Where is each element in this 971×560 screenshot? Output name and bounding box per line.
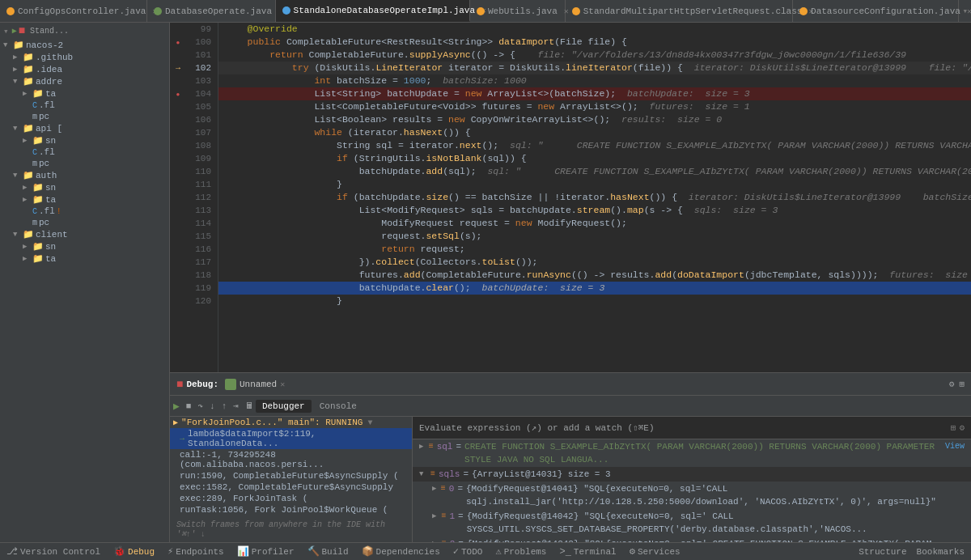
sidebar-item-pc2[interactable]: m pc — [0, 158, 169, 169]
breakpoint-100[interactable]: ● — [176, 39, 180, 46]
var-sqls-0-val: {ModifyRequest@14041} "SQL{executeNo=0, … — [466, 482, 965, 508]
thread-frame1[interactable]: call:-1, 734295248 (com.alibaba.nacos.pe… — [170, 449, 412, 470]
sidebar-item-ta2[interactable]: ▶ 📁 ta — [0, 193, 169, 206]
sidebar-item-nacos[interactable]: ▼ 📁 nacos-2 — [0, 39, 169, 51]
debug-stop-btn[interactable]: ■ — [176, 378, 183, 391]
status-endpoints[interactable]: ⚡ Endpoints — [167, 545, 224, 558]
status-dependencies[interactable]: 📦 Dependencies — [362, 545, 440, 558]
sidebar-stop-icon[interactable]: ■ — [19, 24, 25, 37]
thread-forkjoin[interactable]: ▶ "ForkJoinPool.c..." main": RUNNING ▼ — [170, 417, 412, 428]
var-sqls-1[interactable]: ▶ ≡ 1 = {ModifyRequest@14042} "SQL{execu… — [413, 509, 971, 537]
gutter-107 — [170, 126, 186, 139]
status-profiler[interactable]: 📊 Profiler — [237, 545, 295, 558]
var-sqls-eq: = — [463, 468, 469, 481]
sidebar-item-pc3[interactable]: m pc — [0, 217, 169, 228]
status-problems[interactable]: ⚠ Problems — [495, 545, 546, 558]
thread-lambda[interactable]: → lambda$dataImport$2:119, StandaloneDat… — [170, 428, 412, 449]
sidebar-item-ta3[interactable]: ▶ 📁 ta — [0, 252, 169, 265]
main-area: ▾ ▶ ■ Stand... ▼ 📁 nacos-2 ▶ 📁 .github ▶… — [0, 23, 971, 542]
editor-area: ● → ● — [170, 23, 971, 542]
status-debug[interactable]: 🐞 Debug — [113, 545, 155, 558]
debug-stop-small-btn[interactable]: ■ — [186, 401, 192, 411]
eval-label: Evaluate expression (↗) or add a watch (… — [419, 422, 655, 433]
thread-frame3[interactable]: exec:1582, CompletableFuture$AsyncSupply — [170, 482, 412, 493]
debug-resume-btn[interactable]: ▶ — [173, 400, 180, 413]
status-profiler-label: Profiler — [252, 547, 295, 557]
status-build[interactable]: 🔨 Build — [307, 545, 349, 558]
status-bookmarks[interactable]: Bookmarks — [917, 547, 965, 557]
debug-arrow-102: → — [176, 64, 180, 73]
status-todo[interactable]: ✓ TODO — [453, 545, 483, 558]
thread-frame4[interactable]: exec:289, ForkJoinTask ( — [170, 493, 412, 504]
code-line-113: List<ModifyRequest> sqls = batchUpdate.s… — [218, 204, 971, 217]
status-todo-label: TODO — [461, 547, 482, 557]
sidebar-item-fl3[interactable]: C .fl ! — [0, 206, 169, 217]
sidebar-item-pc1[interactable]: m pc — [0, 111, 169, 122]
eval-expand-btn[interactable]: ⊞ — [951, 422, 956, 433]
status-version-control[interactable]: ⎇ Version Control — [6, 545, 100, 558]
status-endpoints-label: Endpoints — [176, 547, 223, 557]
sidebar-item-idea[interactable]: ▶ 📁 .idea — [0, 63, 169, 75]
sidebar-label-pc1: pc — [39, 112, 49, 121]
debug-step-over-btn[interactable]: ↷ — [197, 401, 203, 411]
tab-console[interactable]: Console — [313, 400, 363, 413]
sidebar-item-fl2[interactable]: C .fl — [0, 146, 169, 158]
sidebar-collapse-btn[interactable]: ▾ — [3, 26, 9, 36]
sidebar-item-sn[interactable]: ▶ 📁 sn — [0, 134, 169, 146]
thread-filter-icon[interactable]: ▼ — [367, 418, 372, 427]
status-services[interactable]: ⚙ Services — [630, 545, 681, 558]
services-icon: ⚙ — [630, 545, 635, 558]
thread-frame1-label: call:-1, 734295248 (com.alibaba.nacos.pe… — [180, 450, 409, 469]
arrow-icon-nacos: ▼ — [3, 41, 13, 49]
eval-bar[interactable]: Evaluate expression (↗) or add a watch (… — [413, 417, 971, 439]
linenum-108: 108 — [193, 139, 211, 152]
var-sql-bullet: ≡ — [429, 440, 434, 453]
sidebar-label-ta3: ta — [45, 254, 56, 264]
debug-step-into-btn[interactable]: ↓ — [210, 401, 215, 411]
var-sqls-2[interactable]: ▶ ≡ 2 = {ModifyRequest@14043} "SQL{execu… — [413, 537, 971, 542]
debug-settings-btn[interactable]: ⚙ — [949, 379, 955, 389]
code-editor[interactable]: ● → ● — [170, 23, 971, 372]
var-sql-view[interactable]: View — [945, 440, 965, 453]
status-terminal[interactable]: >_ Terminal — [559, 546, 616, 558]
var-sql[interactable]: ▶ ≡ sql = CREATE FUNCTION S_EXAMPLE_AIbZ… — [413, 439, 971, 467]
tab-dboperate[interactable]: DatabaseOperate.java ✕ — [147, 0, 276, 22]
debug-step-out-btn[interactable]: ↑ — [222, 401, 227, 411]
sidebar-item-sn2[interactable]: ▶ 📁 sn — [0, 181, 169, 193]
sidebar-item-sn3[interactable]: ▶ 📁 sn — [0, 240, 169, 252]
tab-icon-standalone — [282, 6, 290, 15]
sidebar-item-addre[interactable]: ▼ 📁 addre — [0, 75, 169, 87]
tab-multipart[interactable]: StandardMultipartHttpServletRequest.clas… — [566, 0, 793, 22]
debug-layout-btn[interactable]: ⊞ — [959, 379, 965, 389]
tab-datasource[interactable]: DatasourceConfiguration.java ✕ — [793, 0, 959, 22]
problems-icon: ⚠ — [495, 545, 501, 558]
arrow-icon-ta: ▶ — [23, 89, 32, 98]
tab-webutils[interactable]: WebUtils.java ✕ — [470, 0, 566, 22]
thread-frame2[interactable]: run:1590, CompletableFuture$AsyncSupply … — [170, 470, 412, 482]
debug-session-close[interactable]: ✕ — [280, 380, 285, 389]
tab-debugger[interactable]: Debugger — [256, 400, 312, 413]
status-structure[interactable]: Structure — [859, 547, 906, 557]
sidebar-run-icon[interactable]: ▶ — [12, 26, 17, 36]
more-tabs-button[interactable]: ▾ — [959, 0, 971, 22]
folder-icon-sn3: 📁 — [32, 241, 44, 252]
sidebar-item-ta[interactable]: ▶ 📁 ta — [0, 87, 169, 100]
arrow-icon-client: ▼ — [13, 231, 23, 239]
code-line-109: if (StringUtils.isNotBlank(sql)) { — [218, 152, 971, 165]
linenum-104: 104 — [193, 87, 211, 100]
tab-configops[interactable]: ConfigOpsController.java ✕ — [0, 0, 147, 22]
eval-settings-btn[interactable]: ⚙ — [959, 422, 965, 433]
var-sqls[interactable]: ▼ ≡ sqls = {ArrayList@14031} size = 3 — [413, 467, 971, 482]
sidebar-item-api[interactable]: ▼ 📁 api [ — [0, 122, 169, 134]
sidebar-item-fl[interactable]: C .fl — [0, 100, 169, 111]
var-sqls-0[interactable]: ▶ ≡ 0 = {ModifyRequest@14041} "SQL{execu… — [413, 482, 971, 509]
sidebar-item-client[interactable]: ▼ 📁 client — [0, 228, 169, 240]
code-content[interactable]: @Override public CompletableFuture<RestR… — [218, 23, 971, 372]
tab-standalone[interactable]: StandaloneDatabaseOperateImpl.java ✕ — [276, 0, 470, 22]
breakpoint-104[interactable]: ● — [176, 91, 180, 98]
sidebar-item-auth[interactable]: ▼ 📁 auth — [0, 169, 169, 181]
sidebar-item-github[interactable]: ▶ 📁 .github — [0, 51, 169, 63]
thread-frame5[interactable]: runTask:1056, Fork JoinPool$WorkQueue ( — [170, 504, 412, 515]
debug-run-to-cursor-btn[interactable]: ⇥ — [233, 401, 239, 411]
debug-eval-btn[interactable]: 🖩 — [245, 401, 254, 411]
